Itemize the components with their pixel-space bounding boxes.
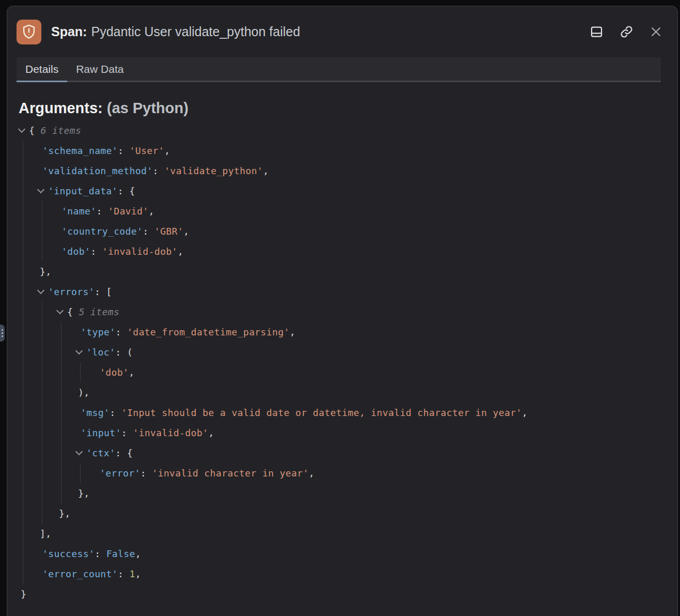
tree-token: 'name' [61,206,96,217]
chevron-down-icon[interactable] [37,186,44,193]
tree-token: 6 items [40,125,81,136]
tree-row: 'error': 'invalid character in year', [95,463,667,483]
tree-token: 'type' [81,327,115,337]
panel-title-prefix: Span: [51,24,87,39]
tree-token: 'dob' [100,367,129,378]
tree-row: } [19,584,667,604]
tree-token: , [290,327,296,337]
tree-token: 'error' [100,468,141,479]
arguments-heading: Arguments:(as Python) [19,100,667,117]
tree-row: ), [76,382,667,403]
tree-row: 'ctx': { [76,443,667,463]
tree-token: { [67,306,79,317]
tab-bar: Details Raw Data [17,57,661,82]
arguments-heading-suffix: (as Python) [107,100,189,116]
tree-token: 'dob' [61,246,90,257]
copy-link-icon [620,25,633,39]
drag-dot [2,329,3,331]
tree-token: ], [40,528,51,539]
tree-row: 'msg': 'Input should be a valid date or … [76,403,667,423]
drag-dot [2,332,3,334]
panel-title-text: Pydantic User validate_python failed [91,24,300,39]
chevron-down-icon[interactable] [37,287,44,294]
close-icon [650,25,662,38]
tree-token: 1 [130,568,135,579]
tree-row: 'input_data': { [38,181,667,201]
header-actions [588,23,664,40]
tree-children: 'schema_name': 'User','validation_method… [23,141,667,584]
tree-row: { 6 items [19,120,667,141]
tree-token: : [110,407,121,418]
tree-token: : [118,145,129,156]
tree-token: 'User' [130,145,164,156]
tree-row: 'name': 'David', [57,201,667,221]
tree-children: 'dob', [80,362,667,382]
tree-row: 'dob': 'invalid-dob', [57,241,667,261]
close-button[interactable] [648,24,664,40]
chevron-down-icon[interactable] [18,126,25,133]
tree-token: , [164,145,170,156]
tree-row: 'country_code': 'GBR', [57,221,667,241]
tree-token: : [118,568,129,579]
tree-token: : ( [115,347,133,358]
tree-children: 'error': 'invalid character in year', [80,463,667,483]
tree-token: }, [78,488,89,499]
tree-token: 'input' [81,427,121,438]
tree-token: , [135,548,141,559]
tree-row: ], [38,523,667,544]
tab-details[interactable]: Details [17,57,67,81]
tree-row: 'type': 'date_from_datetime_parsing', [76,322,667,342]
tree-token: 'date_from_datetime_parsing' [127,327,290,337]
chevron-down-icon[interactable] [56,307,64,314]
tree-token: 'success' [42,548,95,559]
tree-token: 'loc' [86,347,115,358]
tree-row: 'input': 'invalid-dob', [76,423,667,443]
tree-row: 'loc': ( [76,342,667,362]
tree-children: { 5 items'type': 'date_from_datetime_par… [42,302,667,523]
details-content: Arguments:(as Python) { 6 items'schema_n… [7,82,677,604]
tree-token: : [ [95,286,112,297]
tree-token: 'invalid character in year' [152,468,308,479]
drag-dot [2,335,3,337]
tree-token: 'input_data' [48,186,118,196]
tree-token: , [149,206,154,217]
chevron-down-icon[interactable] [75,448,83,455]
tree-row: 'errors': [ [38,282,667,302]
tree-token: 'invalid-dob' [133,427,208,438]
tree-token: : [96,206,107,217]
tab-raw-data[interactable]: Raw Data [67,57,132,81]
tree-token: 'validation_method' [42,165,153,176]
tree-row: 'validation_method': 'validate_python', [38,161,667,181]
tab-details-label: Details [25,63,58,75]
copy-link-button[interactable] [618,23,635,40]
tree-token: : [143,226,154,237]
tree-token: 'error_count' [42,568,118,579]
tree-token: 5 items [79,306,119,317]
dock-bottom-icon [590,25,604,39]
panel-header: Span:Pydantic User validate_python faile… [7,6,677,57]
tree-token: , [135,568,141,579]
tree-token: , [208,427,214,438]
tab-raw-data-label: Raw Data [76,63,123,75]
arguments-heading-main: Arguments: [19,100,103,116]
tree-row: 'error_count': 1, [38,564,667,584]
tree-row: }, [76,483,667,503]
dock-bottom-button[interactable] [588,23,605,40]
tree-token: : { [118,186,135,196]
tree-token: }, [40,266,51,277]
tree-token: 'schema_name' [42,145,118,156]
json-tree: { 6 items'schema_name': 'User','validati… [19,120,667,604]
tree-children: 'type': 'date_from_datetime_parsing','lo… [61,322,667,503]
tree-row: 'dob', [95,362,667,382]
tree-token: }, [59,508,70,519]
span-detail-panel: Span:Pydantic User validate_python faile… [7,6,678,616]
drawer-drag-handle[interactable] [0,325,5,342]
tree-token: 'ctx' [86,448,115,458]
tree-token: 'validate_python' [164,165,263,176]
tree-row: }, [57,503,667,523]
tree-token: , [309,468,315,479]
chevron-down-icon[interactable] [75,347,83,355]
tree-row: { 5 items [57,302,667,322]
alert-shield-icon [17,20,41,44]
tree-token: ), [78,387,89,398]
